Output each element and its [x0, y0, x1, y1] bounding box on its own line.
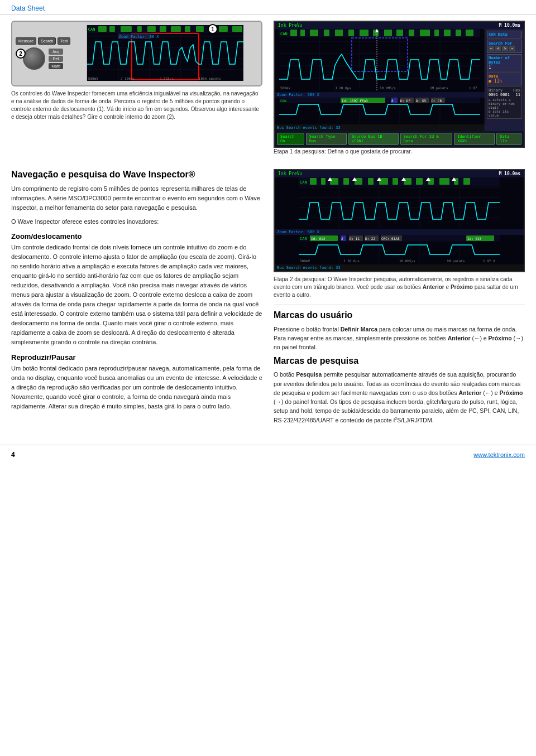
svg-rect-43	[310, 30, 318, 36]
scope1-bottom-controls: Search On Search Type Bus Source Bus 1B …	[275, 131, 524, 147]
svg-rect-17	[171, 26, 181, 32]
usuario-body: Pressione o botão frontal Definir Marca …	[274, 325, 525, 352]
svg-rect-22	[232, 26, 242, 32]
scope2-bus-search: Bus Search events found: 33	[275, 264, 524, 271]
search-type-btn[interactable]: Search Type Bus	[306, 133, 347, 145]
search-for-id-btn[interactable]: Search For Id & Data	[400, 133, 453, 145]
svg-text:CAN: CAN	[280, 99, 286, 103]
svg-rect-44	[324, 30, 329, 36]
scope1-sidebar: CAN Data Search For ← < > →	[485, 29, 524, 131]
svg-text:CAN: CAN	[88, 27, 95, 32]
search-btn[interactable]: Search	[38, 37, 56, 45]
left-column: Measure Search Test Acq Ref Math	[11, 21, 262, 161]
svg-text:Id: 013: Id: 013	[311, 237, 326, 240]
svg-text:D: CB: D: CB	[432, 99, 442, 103]
left-caption: Os controles do Wave Inspector fornecem …	[11, 90, 262, 121]
search-on-btn[interactable]: Search On	[277, 133, 304, 145]
scope-time-label: M 10.0ms	[499, 23, 520, 28]
num-bytes-value: 1	[489, 65, 520, 70]
svg-rect-98	[368, 178, 374, 185]
svg-rect-99	[379, 178, 388, 185]
top-section: Measure Search Test Acq Ref Math	[11, 21, 525, 161]
svg-text:10.0MS/s: 10.0MS/s	[399, 259, 415, 263]
svg-text:J 100ms: J 100ms	[121, 76, 135, 80]
svg-rect-93	[310, 178, 317, 185]
svg-text:Id: 1597 FEA3: Id: 1597 FEA3	[342, 99, 368, 103]
binary-hex-header: Binary Hex	[489, 88, 520, 93]
etapa1-caption: Etapa 1 da pesquisa: Defina o que gostar…	[274, 148, 525, 156]
svg-text:100k points: 100k points	[199, 76, 221, 81]
scope-display-2: Ink PreVu M 10.0ms	[274, 169, 525, 272]
svg-rect-102	[416, 178, 423, 185]
svg-text:1M points: 1M points	[447, 259, 465, 263]
svg-text:500mV: 500mV	[300, 259, 310, 263]
svg-text:2.5GS/s: 2.5GS/s	[160, 76, 174, 80]
zoom-title: Zoom/deslocamento	[11, 232, 262, 240]
etapa2-meio: e	[444, 284, 451, 290]
measure-btn[interactable]: Measure	[16, 37, 36, 45]
test-btn[interactable]: Test	[58, 37, 70, 45]
footer-website[interactable]: www.tektronix.com	[473, 451, 525, 458]
inovadores-label: O Wave Inspector oferece estes controles…	[11, 217, 262, 227]
info-b: b sets its value	[489, 109, 520, 117]
svg-rect-41	[290, 30, 297, 36]
osc-waveform-1: CAN	[275, 29, 485, 131]
data-panel-value: ● 11h	[489, 79, 520, 84]
pesquisa-title: Marcas de pesquisa	[274, 355, 525, 367]
svg-rect-95	[330, 178, 338, 185]
source-bus-btn[interactable]: Source Bus 1B (CAN)	[348, 133, 399, 145]
svg-rect-101	[404, 178, 411, 185]
svg-text:1.97 V: 1.97 V	[483, 259, 495, 263]
scope-display-1: Ink PreVu M 10.0ms	[274, 21, 525, 148]
svg-rect-12	[109, 26, 115, 32]
device-knob[interactable]	[23, 47, 45, 70]
arrow-left[interactable]: ←	[489, 46, 494, 51]
svg-text:2: 2	[341, 237, 343, 240]
identifier-btn[interactable]: Identifier XXXh	[454, 133, 495, 145]
osc-screen-left-svg: CAN	[73, 25, 258, 81]
badge-1: 1	[208, 24, 218, 34]
svg-text:Zoom Factor: 88 X: Zoom Factor: 88 X	[119, 35, 159, 39]
scope1-bus-search: Bus Search events found: 33	[275, 124, 485, 131]
scope2-time-label: M 10.0ms	[499, 171, 520, 176]
scope2-toolbar: Ink PreVu M 10.0ms	[275, 170, 524, 177]
svg-rect-49	[384, 30, 392, 36]
svg-rect-15	[147, 26, 156, 32]
svg-text:CAN: CAN	[280, 32, 288, 36]
can-data-title: CAN Data	[489, 32, 520, 37]
binary-value: 0001 0001	[489, 93, 510, 97]
search-for-title: Search For	[489, 41, 520, 46]
binary-label: Binary	[489, 88, 502, 93]
svg-rect-100	[393, 178, 398, 185]
binary-hex-panel: Binary Hex 0001 0001 11 a selects a bina…	[487, 86, 522, 119]
ref-btn: Ref	[49, 56, 63, 62]
svg-rect-106	[463, 178, 470, 185]
scope2-zoom-svg: CAN Id: 013 2 D: 11 D: 22 CRC: 61A8	[275, 235, 524, 263]
scope1-zoom-bar: Zoom Factor: 500 X	[275, 92, 485, 98]
scope2-waveform-svg: CAN	[275, 177, 524, 228]
svg-rect-21	[219, 26, 228, 32]
svg-rect-97	[355, 178, 362, 185]
header-link[interactable]: Data Sheet	[11, 4, 45, 12]
num-bytes-title: Number of Bytes	[489, 56, 520, 65]
svg-rect-16	[160, 26, 166, 32]
math-btn: Math	[49, 63, 63, 69]
body-left: Navegação e pesquisa do Wave Inspector® …	[11, 169, 262, 428]
body-section: Navegação e pesquisa do Wave Inspector® …	[11, 169, 525, 428]
svg-rect-48	[373, 30, 379, 36]
page-number: 4	[11, 451, 15, 459]
info-a: a selects a binary or hex digit	[489, 98, 520, 109]
arrow-right2[interactable]: →	[509, 46, 515, 51]
scope2-ink-label: Ink PreVu	[278, 171, 302, 176]
arrow-right[interactable]: >	[502, 46, 508, 51]
svg-rect-18	[185, 26, 190, 32]
zoom-body: Um controle dedicado frontal de dois nív…	[11, 243, 262, 348]
svg-rect-47	[360, 30, 368, 36]
data-11h-btn[interactable]: Data 11h	[496, 133, 521, 145]
svg-text:D: 55: D: 55	[416, 99, 426, 103]
device-mock: Measure Search Test Acq Ref Math	[11, 21, 262, 86]
svg-text:10.0MS/s: 10.0MS/s	[380, 86, 396, 90]
svg-text:J 20.0µs: J 20.0µs	[343, 259, 360, 263]
search-for-panel: Search For ← < > →	[487, 40, 522, 53]
arrow-left2[interactable]: <	[495, 46, 501, 51]
